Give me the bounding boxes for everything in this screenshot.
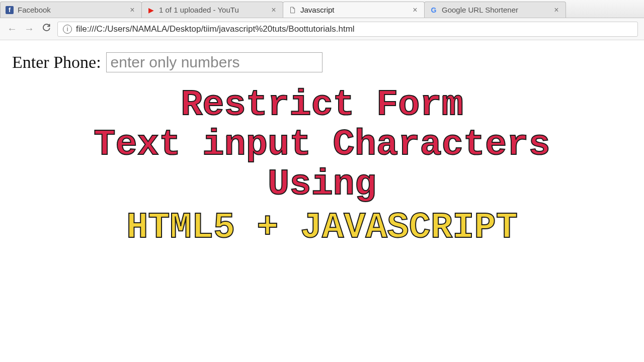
url-text: file:///C:/Users/NAMALA/Desktop/tiim/jav… xyxy=(76,24,632,34)
tab-label: Facebook xyxy=(18,6,124,14)
tab-label: Javascript xyxy=(300,6,407,14)
tab-facebook[interactable]: f Facebook × xyxy=(0,2,142,18)
tab-javascript[interactable]: Javascript × xyxy=(283,2,425,18)
browser-tab-bar: f Facebook × ▶ 1 of 1 uploaded - YouTu ×… xyxy=(0,0,644,18)
page-content: Enter Phone: Restrict Form Text input Ch… xyxy=(0,40,644,260)
tab-youtube[interactable]: ▶ 1 of 1 uploaded - YouTu × xyxy=(141,2,283,18)
file-icon xyxy=(288,6,296,14)
overlay-headline: Restrict Form Text input Characters Usin… xyxy=(12,85,632,248)
headline-line-3: Using xyxy=(12,165,632,205)
close-icon[interactable]: × xyxy=(411,6,419,15)
info-icon: i xyxy=(63,25,72,34)
headline-line-4: HTML5 + JAVASCRIPT xyxy=(126,208,518,248)
forward-button[interactable]: → xyxy=(23,23,35,35)
youtube-icon: ▶ xyxy=(147,6,155,14)
browser-toolbar: ← → i file:///C:/Users/NAMALA/Desktop/ti… xyxy=(0,18,644,40)
close-icon[interactable]: × xyxy=(128,6,136,15)
tab-label: Google URL Shortener xyxy=(442,6,548,14)
headline-line-1: Restrict Form xyxy=(12,85,632,125)
google-icon: G xyxy=(430,6,438,14)
phone-form-row: Enter Phone: xyxy=(12,52,632,72)
facebook-icon: f xyxy=(6,6,14,14)
reload-button[interactable] xyxy=(40,23,52,35)
close-icon[interactable]: × xyxy=(270,6,278,15)
tab-label: 1 of 1 uploaded - YouTu xyxy=(159,6,266,14)
address-bar[interactable]: i file:///C:/Users/NAMALA/Desktop/tiim/j… xyxy=(57,22,638,37)
close-icon[interactable]: × xyxy=(552,6,560,15)
headline-line-2: Text input Characters xyxy=(12,125,632,165)
tab-google-url[interactable]: G Google URL Shortener × xyxy=(424,2,566,18)
back-button[interactable]: ← xyxy=(6,23,18,35)
phone-input[interactable] xyxy=(106,52,323,72)
phone-label: Enter Phone: xyxy=(12,53,101,72)
